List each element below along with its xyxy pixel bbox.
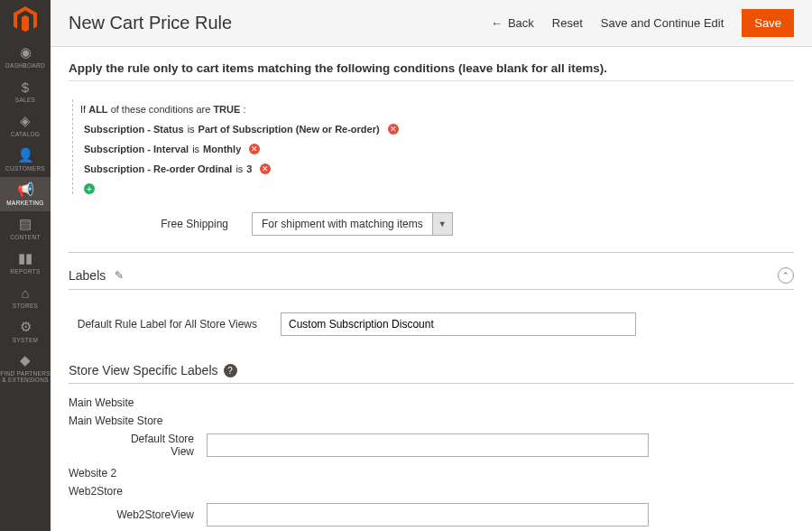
back-button[interactable]: ← Back (491, 16, 534, 30)
arrow-left-icon: ← (491, 16, 503, 30)
page-header: New Cart Price Rule ← Back Reset Save an… (51, 0, 812, 47)
cube-icon: ◈ (20, 113, 31, 129)
chart-icon: ▮▮ (18, 250, 32, 266)
store-view-input-2[interactable] (207, 503, 649, 526)
reset-button[interactable]: Reset (552, 16, 583, 30)
rule-item: Subscription - Interval is Monthly ✕ (73, 139, 794, 159)
rule-root: If ALL of these conditions are TRUE : (73, 99, 794, 119)
page-title: New Cart Price Rule (69, 13, 232, 33)
save-continue-button[interactable]: Save and Continue Edit (601, 16, 724, 30)
store-view-row: Default Store View (109, 433, 794, 458)
store-view-section: Store View Specific Labels ? Main Websit… (69, 363, 794, 526)
sidebar-item-dashboard[interactable]: ◉ DASHBOARD (0, 40, 51, 74)
header-actions: ← Back Reset Save and Continue Edit Save (491, 9, 794, 37)
dashboard-icon: ◉ (20, 44, 32, 61)
store-label: Web2Store (69, 485, 794, 498)
free-shipping-select[interactable]: For shipment with matching items ▼ (252, 212, 453, 236)
rule-item: Subscription - Re-order Ordinal is 3 ✕ (73, 159, 794, 179)
default-label-row: Default Rule Label for All Store Views (69, 312, 794, 336)
megaphone-icon: 📢 (17, 182, 34, 198)
delete-icon[interactable]: ✕ (249, 144, 260, 154)
magento-logo[interactable] (11, 5, 40, 34)
sidebar-item-partners[interactable]: ◆ FIND PARTNERS& EXTENSIONS (0, 349, 51, 387)
sidebar-item-customers[interactable]: 👤 CUSTOMERS (0, 143, 51, 177)
dollar-icon: $ (22, 79, 29, 95)
website-label: Website 2 (69, 467, 794, 480)
sidebar-item-sales[interactable]: $ SALES (0, 74, 51, 108)
free-shipping-label: Free Shipping (69, 218, 252, 230)
sidebar-item-content[interactable]: ▤ CONTENT (0, 211, 51, 246)
save-button[interactable]: Save (742, 9, 794, 37)
labels-section: Labels ✎ ⌃ Default Rule Label for All St… (69, 267, 794, 336)
free-shipping-row: Free Shipping For shipment with matching… (69, 212, 794, 236)
store-label: Main Website Store (69, 415, 794, 427)
add-icon[interactable]: + (84, 183, 95, 194)
delete-icon[interactable]: ✕ (388, 124, 399, 135)
collapse-icon[interactable]: ⌃ (778, 267, 794, 284)
store-view-heading: Store View Specific Labels ? (69, 363, 794, 384)
store-view-input-1[interactable] (207, 433, 649, 457)
default-label-text: Default Rule Label for All Store Views (69, 318, 281, 331)
labels-title: Labels (69, 268, 106, 283)
default-label-input[interactable] (281, 312, 636, 336)
pencil-icon[interactable]: ✎ (115, 269, 124, 282)
labels-header[interactable]: Labels ✎ ⌃ (69, 267, 794, 290)
help-icon[interactable]: ? (224, 364, 237, 377)
sidebar-item-stores[interactable]: ⌂ STORES (0, 280, 51, 314)
gear-icon: ⚙ (20, 319, 32, 335)
person-icon: 👤 (17, 147, 34, 163)
website-label: Main Website (69, 396, 794, 409)
content-area: Apply the rule only to cart items matchi… (51, 47, 812, 531)
content-icon: ▤ (19, 216, 32, 232)
main-content: New Cart Price Rule ← Back Reset Save an… (51, 0, 812, 531)
store-icon: ⌂ (21, 285, 29, 301)
admin-sidebar: ◉ DASHBOARD $ SALES ◈ CATALOG 👤 CUSTOMER… (0, 0, 51, 531)
rule-item: Subscription - Status is Part of Subscri… (73, 119, 794, 139)
store-view-row: Web2StoreView (109, 503, 794, 526)
conditions-section: Apply the rule only to cart items matchi… (69, 61, 794, 253)
sidebar-item-reports[interactable]: ▮▮ REPORTS (0, 246, 51, 280)
delete-icon[interactable]: ✕ (260, 163, 271, 174)
chevron-down-icon: ▼ (433, 212, 453, 236)
conditions-heading: Apply the rule only to cart items matchi… (69, 61, 794, 81)
sidebar-item-system[interactable]: ⚙ SYSTEM (0, 314, 51, 349)
sidebar-item-catalog[interactable]: ◈ CATALOG (0, 108, 51, 143)
rule-tree: If ALL of these conditions are TRUE : Su… (72, 99, 794, 194)
sidebar-item-marketing[interactable]: 📢 MARKETING (0, 177, 51, 211)
partners-icon: ◆ (20, 352, 31, 368)
